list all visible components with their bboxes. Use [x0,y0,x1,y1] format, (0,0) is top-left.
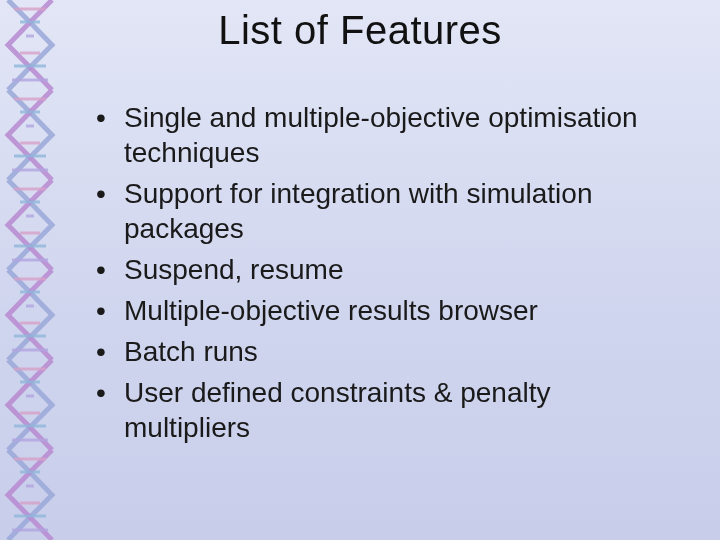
dna-decoration [0,0,60,540]
list-item: Batch runs [90,334,680,369]
list-item-text: Single and multiple-objective optimisati… [124,102,638,168]
list-item: Support for integration with simulation … [90,176,680,246]
slide: List of Features Single and multiple-obj… [0,0,720,540]
feature-list: Single and multiple-objective optimisati… [90,100,680,445]
list-item: Suspend, resume [90,252,680,287]
slide-content: Single and multiple-objective optimisati… [90,100,680,451]
list-item-text: User defined constraints & penalty multi… [124,377,550,443]
slide-title: List of Features [0,8,720,53]
svg-rect-6 [0,0,60,540]
list-item-text: Support for integration with simulation … [124,178,592,244]
list-item: User defined constraints & penalty multi… [90,375,680,445]
list-item-text: Multiple-objective results browser [124,295,538,326]
list-item: Single and multiple-objective optimisati… [90,100,680,170]
list-item-text: Batch runs [124,336,258,367]
list-item: Multiple-objective results browser [90,293,680,328]
list-item-text: Suspend, resume [124,254,343,285]
